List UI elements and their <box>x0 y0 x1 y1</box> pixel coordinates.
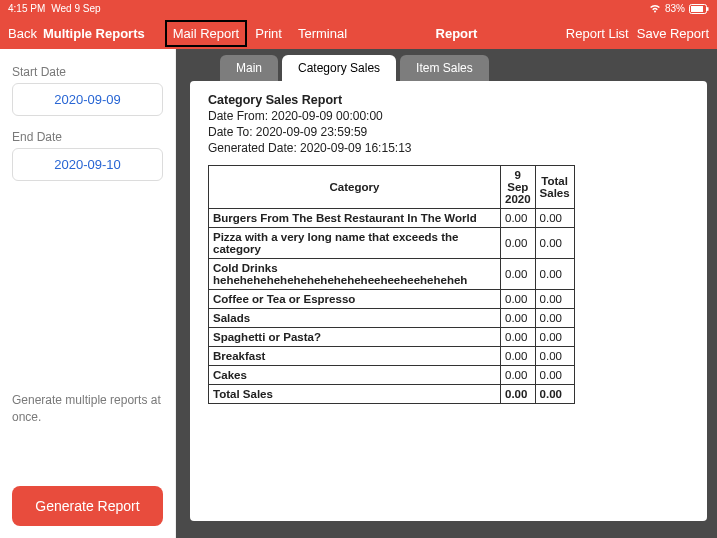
start-date-input[interactable]: 2020-09-09 <box>12 83 163 116</box>
table-row: Cakes0.000.00 <box>209 366 575 385</box>
cell-total-value: 0.00 <box>535 366 574 385</box>
cell-category: Salads <box>209 309 501 328</box>
table-row: Spaghetti or Pasta?0.000.00 <box>209 328 575 347</box>
page-title: Multiple Reports <box>43 26 145 41</box>
battery-percent: 83% <box>665 3 685 14</box>
cell-category: Coffee or Tea or Espresso <box>209 290 501 309</box>
report-date-to: Date To: 2020-09-09 23:59:59 <box>208 125 689 139</box>
wifi-icon <box>649 4 661 13</box>
report-date-from: Date From: 2020-09-09 00:00:00 <box>208 109 689 123</box>
col-category: Category <box>209 166 501 209</box>
table-row: Burgers From The Best Restaurant In The … <box>209 209 575 228</box>
cell-date-value: 0.00 <box>501 309 536 328</box>
terminal-button[interactable]: Terminal <box>290 22 355 45</box>
print-button[interactable]: Print <box>247 22 290 45</box>
table-row: Cold Drinks heheheheheheheheheheheheehee… <box>209 259 575 290</box>
cell-date-value: 0.00 <box>501 328 536 347</box>
cell-total-value: 0.00 <box>535 259 574 290</box>
cell-date-value: 0.00 <box>501 209 536 228</box>
tabs: Main Category Sales Item Sales <box>220 55 707 81</box>
sales-table: Category 9 Sep 2020 Total Sales Burgers … <box>208 165 575 404</box>
sidebar: Start Date 2020-09-09 End Date 2020-09-1… <box>0 49 176 538</box>
col-date: 9 Sep 2020 <box>501 166 536 209</box>
report-list-button[interactable]: Report List <box>558 22 629 45</box>
cell-total-value: 0.00 <box>535 290 574 309</box>
cell-total-value: 0.00 <box>535 228 574 259</box>
report-title: Category Sales Report <box>208 93 689 107</box>
cell-date-value: 0.00 <box>501 259 536 290</box>
content-area: Main Category Sales Item Sales Category … <box>176 49 717 538</box>
cell-grand-total: 0.00 <box>535 385 574 404</box>
save-report-button[interactable]: Save Report <box>637 22 709 45</box>
mail-report-button[interactable]: Mail Report <box>165 20 247 47</box>
table-row: Coffee or Tea or Espresso0.000.00 <box>209 290 575 309</box>
cell-category: Breakfast <box>209 347 501 366</box>
cell-date-value: 0.00 <box>501 290 536 309</box>
cell-total-value: 0.00 <box>535 347 574 366</box>
battery-icon <box>689 4 709 14</box>
end-date-label: End Date <box>12 130 163 144</box>
generate-report-button[interactable]: Generate Report <box>12 486 163 526</box>
start-date-label: Start Date <box>12 65 163 79</box>
cell-category: Cakes <box>209 366 501 385</box>
cell-category: Burgers From The Best Restaurant In The … <box>209 209 501 228</box>
table-total-row: Total Sales0.000.00 <box>209 385 575 404</box>
tab-item-sales[interactable]: Item Sales <box>400 55 489 81</box>
cell-date-value: 0.00 <box>501 366 536 385</box>
cell-category: Spaghetti or Pasta? <box>209 328 501 347</box>
sidebar-hint: Generate multiple reports at once. <box>12 392 163 426</box>
col-total: Total Sales <box>535 166 574 209</box>
cell-total-label: Total Sales <box>209 385 501 404</box>
tab-category-sales[interactable]: Category Sales <box>282 55 396 81</box>
cell-date-value: 0.00 <box>501 347 536 366</box>
back-button[interactable]: Back <box>8 26 37 41</box>
status-bar: 4:15 PM Wed 9 Sep 83% <box>0 0 717 17</box>
nav-bar: Back Multiple Reports Mail Report Print … <box>0 17 717 49</box>
cell-total-date: 0.00 <box>501 385 536 404</box>
table-row: Breakfast0.000.00 <box>209 347 575 366</box>
cell-category: Cold Drinks heheheheheheheheheheheheehee… <box>209 259 501 290</box>
svg-rect-1 <box>691 6 703 12</box>
status-time: 4:15 PM <box>8 3 45 14</box>
tab-main[interactable]: Main <box>220 55 278 81</box>
cell-date-value: 0.00 <box>501 228 536 259</box>
cell-total-value: 0.00 <box>535 209 574 228</box>
nav-center-title: Report <box>355 26 558 41</box>
status-date: Wed 9 Sep <box>51 3 100 14</box>
report-panel: Category Sales Report Date From: 2020-09… <box>190 81 707 521</box>
table-row: Salads0.000.00 <box>209 309 575 328</box>
report-generated: Generated Date: 2020-09-09 16:15:13 <box>208 141 689 155</box>
table-row: Pizza with a very long name that exceeds… <box>209 228 575 259</box>
end-date-input[interactable]: 2020-09-10 <box>12 148 163 181</box>
cell-total-value: 0.00 <box>535 328 574 347</box>
cell-total-value: 0.00 <box>535 309 574 328</box>
cell-category: Pizza with a very long name that exceeds… <box>209 228 501 259</box>
svg-rect-2 <box>707 7 709 11</box>
